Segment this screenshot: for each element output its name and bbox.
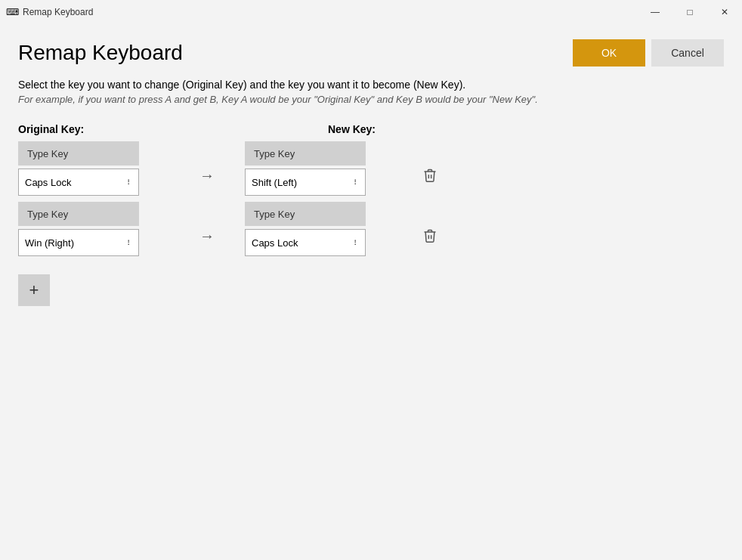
delete-area-1: [411, 151, 449, 186]
original-key-header: Original Key:: [18, 123, 199, 135]
header-buttons: OK Cancel: [573, 39, 724, 67]
arrow-icon-2: →: [199, 227, 215, 245]
title-bar-left: ⌨ Remap Keyboard: [6, 6, 93, 18]
original-key-column-2: Type Key Win (Right) ⠇: [18, 202, 169, 256]
original-key-dropdown-2[interactable]: Win (Right) ⠇: [18, 229, 139, 256]
remap-row-1: Type Key Caps Lock ⠇ → Type Key Shift (L…: [18, 141, 724, 196]
title-bar-buttons: — □ ✕: [638, 0, 742, 24]
page-header: Remap Keyboard OK Cancel: [18, 39, 724, 67]
remap-row-2: Type Key Win (Right) ⠇ → Type Key Caps L…: [18, 202, 724, 256]
title-bar: ⌨ Remap Keyboard — □ ✕: [0, 0, 742, 24]
arrow-area-1: →: [177, 153, 237, 184]
new-key-value-1: Shift (Left): [252, 177, 297, 188]
page-title: Remap Keyboard: [18, 41, 183, 65]
description-area: Select the key you want to change (Origi…: [18, 79, 724, 105]
chevron-down-icon: ⠇: [127, 178, 132, 187]
type-key-button-new-2[interactable]: Type Key: [245, 202, 366, 226]
title-bar-text: Remap Keyboard: [23, 7, 93, 17]
new-key-value-2: Caps Lock: [252, 237, 298, 249]
chevron-down-icon-new-2: ⠇: [354, 239, 359, 247]
add-row-area: +: [18, 274, 724, 306]
type-key-button-original-1[interactable]: Type Key: [18, 141, 139, 166]
remapping-area: Original Key: New Key: Type Key Caps Loc…: [18, 123, 724, 306]
delete-button-2[interactable]: [419, 225, 441, 246]
new-key-dropdown-2[interactable]: Caps Lock ⠇: [245, 229, 366, 256]
new-key-column-2: Type Key Caps Lock ⠇: [245, 202, 396, 256]
trash-icon-2: [422, 228, 437, 243]
chevron-down-icon-original-2: ⠇: [127, 239, 132, 247]
description-example: For example, if you want to press A and …: [18, 94, 724, 105]
add-remap-button[interactable]: +: [18, 274, 50, 306]
delete-button-1[interactable]: [419, 165, 441, 186]
ok-button[interactable]: OK: [573, 39, 645, 67]
new-key-dropdown-1[interactable]: Shift (Left) ⠇: [245, 169, 366, 196]
original-key-dropdown-1[interactable]: Caps Lock ⠇: [18, 169, 139, 196]
column-headers: Original Key: New Key:: [18, 123, 724, 135]
chevron-down-icon-new-1: ⠇: [354, 178, 359, 187]
new-key-column-1: Type Key Shift (Left) ⠇: [245, 141, 396, 196]
original-key-value-2: Win (Right): [25, 237, 74, 249]
type-key-button-original-2[interactable]: Type Key: [18, 202, 139, 226]
arrow-icon-1: →: [199, 167, 215, 184]
close-button[interactable]: ✕: [707, 0, 742, 24]
cancel-button[interactable]: Cancel: [651, 39, 724, 67]
original-key-value-1: Caps Lock: [25, 177, 71, 188]
arrow-area-2: →: [177, 214, 237, 245]
minimize-button[interactable]: —: [638, 0, 672, 24]
delete-area-2: [411, 212, 449, 246]
original-key-column-1: Type Key Caps Lock ⠇: [18, 141, 169, 196]
window-content: Remap Keyboard OK Cancel Select the key …: [0, 24, 742, 560]
type-key-button-new-1[interactable]: Type Key: [245, 141, 366, 166]
description-main: Select the key you want to change (Origi…: [18, 79, 724, 91]
trash-icon-1: [422, 168, 437, 183]
maximize-button[interactable]: □: [672, 0, 707, 24]
app-icon: ⌨: [6, 6, 18, 18]
new-key-header: New Key:: [328, 123, 376, 135]
